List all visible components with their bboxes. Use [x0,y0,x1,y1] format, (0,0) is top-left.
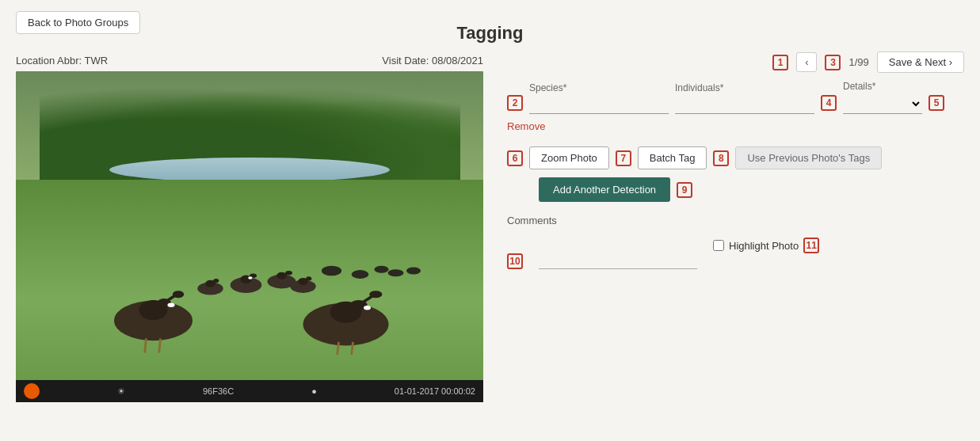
svg-point-31 [375,266,389,273]
back-to-photo-groups-button[interactable]: Back to Photo Groups [16,11,140,34]
main-content: Location Abbr: TWR Visit Date: 08/08/202… [0,51,980,410]
svg-point-28 [213,279,219,283]
page-title: Tagging [0,23,980,44]
details-label: Details* [843,81,922,92]
svg-line-7 [159,339,161,353]
recording-indicator: ● [311,386,317,396]
details-field-group: Details* [843,81,922,114]
annotation-10: 10 [507,253,523,269]
highlight-label: Highlight Photo [729,240,799,252]
footer-logo [24,383,40,399]
species-label: Species* [529,82,669,93]
geese-svg [16,171,483,356]
svg-point-12 [369,291,382,298]
remove-link[interactable]: Remove [507,120,545,132]
button-row-2: Add Another Detection 9 [539,177,964,202]
sun-icon: ☀ [117,386,125,397]
prev-button[interactable]: ‹ [796,52,817,72]
photo-scene [16,71,483,380]
photo-footer: ☀ 96F36C ● 01-01-2017 00:00:02 [16,380,483,402]
comments-row: 10 Highlight Photo 11 [507,230,964,269]
individuals-field-group: Individuals* [675,82,814,114]
comments-textarea[interactable] [539,230,697,269]
svg-point-22 [285,271,292,275]
add-detection-button[interactable]: Add Another Detection [539,177,670,202]
photo-section: Location Abbr: TWR Visit Date: 08/08/202… [16,51,483,402]
tagging-section: 1 ‹ 3 1/99 Save & Next › 2 Species* Indi… [507,51,964,402]
annotation-1: 1 [772,55,788,70]
svg-point-13 [364,306,371,310]
use-previous-button[interactable]: Use Previous Photo's Tags [735,146,882,169]
annotation-3: 3 [825,55,841,70]
annotation-5: 5 [929,95,944,111]
annotation-11: 11 [803,238,819,253]
svg-point-5 [168,303,175,307]
svg-line-15 [352,342,353,355]
visit-date: Visit Date: 08/08/2021 [382,55,483,67]
svg-line-6 [145,339,147,353]
batch-tag-button[interactable]: Batch Tag [638,146,707,169]
svg-point-29 [322,266,341,276]
annotation-4: 4 [821,95,837,111]
annotation-2: 2 [507,95,523,111]
species-input[interactable] [529,95,669,114]
svg-point-4 [173,291,184,298]
individuals-label: Individuals* [675,82,814,93]
comments-section: Comments 10 Highlight Photo 11 [507,215,964,269]
svg-point-33 [406,268,421,275]
location-label: Location Abbr: TWR [16,55,108,67]
highlight-checkbox[interactable] [713,240,724,251]
button-row-1: 6 Zoom Photo 7 Batch Tag 8 Use Previous … [507,146,964,169]
svg-line-14 [337,342,339,355]
annotation-8: 8 [713,150,729,166]
details-select[interactable] [843,93,922,114]
svg-point-21 [276,272,287,279]
zoom-photo-button[interactable]: Zoom Photo [529,146,609,169]
highlight-group: Highlight Photo 11 [713,238,819,253]
svg-point-32 [388,269,404,276]
photo-meta: Location Abbr: TWR Visit Date: 08/08/202… [16,51,483,71]
nav-row: 1 ‹ 3 1/99 Save & Next › [507,51,964,73]
svg-point-19 [248,276,252,279]
annotation-6: 6 [507,150,523,166]
annotation-9: 9 [677,182,692,198]
detection-row: 2 Species* Individuals* 4 Details* 5 Rem… [507,81,964,135]
comments-label: Comments [507,215,964,226]
nav-count: 1/99 [848,56,868,68]
individuals-input[interactable] [675,95,814,114]
photo-wrapper [16,71,483,380]
species-field-group: Species* [529,82,669,114]
svg-point-30 [352,270,369,279]
svg-point-25 [306,276,311,280]
photo-id: 96F36C [203,386,234,396]
annotation-7: 7 [616,150,631,166]
save-next-button[interactable]: Save & Next › [877,51,964,73]
photo-timestamp: 01-01-2017 00:00:02 [395,386,475,396]
